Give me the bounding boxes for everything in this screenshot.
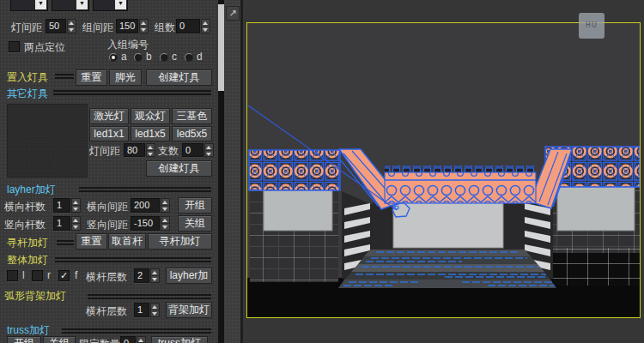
top-combo-2[interactable]: ▼ <box>52 0 89 11</box>
other-create-button[interactable]: 创建灯具 <box>146 160 212 177</box>
left-checkbox-label: l <box>22 269 25 281</box>
branch-count-field[interactable]: 0 <box>182 143 204 157</box>
group-count-field[interactable]: 0 <box>176 19 200 33</box>
take-first-bar-button[interactable]: 取首杆 <box>108 233 146 250</box>
seek-add-lights-button[interactable]: 寻杆加灯 <box>148 233 212 250</box>
v-gap-spinner[interactable] <box>161 216 170 231</box>
top-combo-1[interactable]: ▼ <box>10 0 48 11</box>
active-viewport-border <box>246 22 641 318</box>
right-checkbox[interactable] <box>32 270 43 281</box>
h-gap-field[interactable]: 200 <box>131 198 160 213</box>
spinner-up-icon[interactable] <box>151 269 159 275</box>
spinner-down-icon[interactable] <box>161 205 169 212</box>
led1x5-button[interactable]: led1x5 <box>131 126 170 141</box>
section-divider <box>53 90 211 95</box>
led1x1-button[interactable]: led1x1 <box>89 126 129 141</box>
spinner-down-icon[interactable] <box>140 26 148 33</box>
group-spacing-field[interactable]: 150 <box>116 19 138 33</box>
group-spacing-spinner[interactable] <box>139 19 149 33</box>
viewport-nav-gizmo[interactable]: HU <box>579 13 605 39</box>
led5x5-button[interactable]: led5x5 <box>172 126 212 141</box>
spinner-up-icon[interactable] <box>140 20 148 26</box>
truss-open-group-button[interactable]: 开组 <box>7 336 41 343</box>
spinner-down-icon[interactable] <box>151 275 159 282</box>
v-bar-count-spinner[interactable] <box>71 216 81 231</box>
branch-count-spinner[interactable] <box>204 143 214 157</box>
dropdown-icon[interactable]: ▼ <box>35 0 46 9</box>
whole-layers-spinner[interactable] <box>150 268 160 283</box>
other-lamp-spacing-spinner[interactable] <box>146 143 155 157</box>
lamp-spacing-spinner[interactable] <box>67 19 76 33</box>
close-group-button[interactable]: 关组 <box>178 215 212 232</box>
place-reset-button[interactable]: 重置 <box>76 69 107 86</box>
seek-reset-button[interactable]: 重置 <box>76 233 107 250</box>
left-checkbox[interactable] <box>7 270 18 281</box>
h-bar-count-field[interactable]: 1 <box>53 198 70 213</box>
audience-light-button[interactable]: 观众灯 <box>131 108 170 124</box>
spinner-down-icon[interactable] <box>205 150 213 157</box>
dropdown-icon[interactable]: ▼ <box>76 0 88 9</box>
tricolor-light-button[interactable]: 三基色 <box>172 108 212 124</box>
section-divider <box>55 257 211 262</box>
radio-c-label: c <box>172 51 177 63</box>
create-lights-button[interactable]: 创建灯具 <box>146 69 212 86</box>
v-bar-count-field[interactable]: 1 <box>53 216 70 231</box>
truss-add-button[interactable]: truss加灯 <box>151 336 208 343</box>
arc-layers-field[interactable]: 1 <box>134 303 149 317</box>
spinner-up-icon[interactable] <box>68 20 76 26</box>
dropdown-icon[interactable]: ▼ <box>115 0 126 9</box>
whole-layher-button[interactable]: layher加灯 <box>166 268 212 284</box>
viewport-scene <box>247 23 640 317</box>
spinner-up-icon[interactable] <box>161 217 169 223</box>
panel-scrollbar-thumb[interactable] <box>218 4 224 91</box>
two-point-label: 两点定位 <box>24 40 65 55</box>
spinner-down-icon[interactable] <box>147 150 155 157</box>
spinner-down-icon[interactable] <box>202 26 210 33</box>
v-gap-label: 竖向间距 <box>87 218 128 232</box>
whole-title: 整体加灯 <box>7 253 48 268</box>
radio-b[interactable] <box>134 53 143 62</box>
open-group-button[interactable]: 开组 <box>178 197 212 214</box>
group-count-spinner[interactable] <box>201 19 210 33</box>
spinner-up-icon[interactable] <box>202 20 210 26</box>
radio-b-label: b <box>146 51 152 63</box>
spinner-up-icon[interactable] <box>72 217 80 223</box>
spinner-up-icon[interactable] <box>72 199 80 205</box>
h-gap-label: 横向间距 <box>87 200 128 214</box>
truss-limit-field[interactable]: 0 <box>120 336 136 343</box>
spinner-down-icon[interactable] <box>72 205 80 212</box>
radio-a-label: a <box>121 51 127 63</box>
section-divider <box>55 74 74 79</box>
h-bar-count-spinner[interactable] <box>71 198 81 213</box>
branch-count-label: 支数 <box>158 144 179 159</box>
spinner-up-icon[interactable] <box>161 199 169 205</box>
seek-title: 寻杆加灯 <box>7 236 48 250</box>
top-combo-3[interactable]: ▼ <box>93 0 128 11</box>
foot-light-button[interactable]: 脚光 <box>109 69 142 86</box>
radio-d[interactable] <box>185 53 193 62</box>
radio-a[interactable] <box>109 53 118 62</box>
arc-add-button[interactable]: 背架加灯 <box>166 302 212 318</box>
laser-light-button[interactable]: 激光灯 <box>89 108 129 124</box>
other-lamp-spacing-label: 灯间距 <box>89 144 120 159</box>
front-checkbox[interactable]: ✓ <box>58 270 70 281</box>
spinner-down-icon[interactable] <box>68 26 76 33</box>
spinner-down-icon[interactable] <box>72 223 80 230</box>
radio-c[interactable] <box>160 53 168 62</box>
two-point-checkbox[interactable] <box>9 41 20 52</box>
viewport[interactable]: HU <box>243 0 644 343</box>
v-gap-field[interactable]: -150 <box>131 216 160 231</box>
spinner-down-icon[interactable] <box>161 223 169 230</box>
whole-layers-field[interactable]: 2 <box>134 268 149 283</box>
other-lamp-spacing-field[interactable]: 80 <box>124 143 145 157</box>
truss-close-group-button[interactable]: 关组 <box>43 336 76 343</box>
lamp-spacing-field[interactable]: 50 <box>46 19 66 33</box>
pan-rollout-icon[interactable]: ↗ <box>226 6 240 21</box>
spinner-down-icon[interactable] <box>151 310 159 316</box>
arc-layers-spinner[interactable] <box>150 303 160 317</box>
truss-limit-spinner[interactable] <box>137 336 146 343</box>
section-divider <box>79 187 211 192</box>
h-gap-spinner[interactable] <box>161 198 170 213</box>
spinner-up-icon[interactable] <box>151 304 159 310</box>
section-divider <box>62 328 211 334</box>
